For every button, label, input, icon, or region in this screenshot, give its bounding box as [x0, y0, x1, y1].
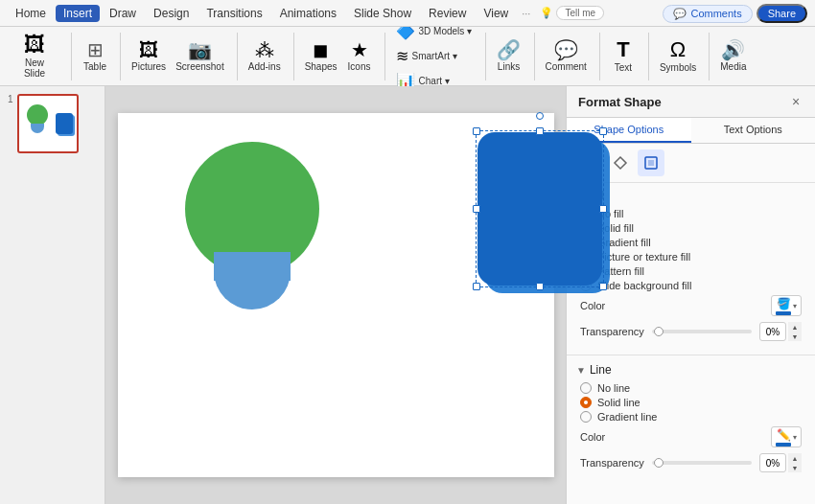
comment-icon: 💬	[554, 40, 578, 59]
menu-design[interactable]: Design	[146, 5, 197, 22]
no-fill-option[interactable]: No fill	[580, 208, 802, 219]
fill-section-header[interactable]: ▼ Fill	[576, 189, 805, 202]
tab-text-options[interactable]: Text Options	[691, 118, 816, 143]
table-group: ⊞ Table	[78, 33, 121, 80]
menu-draw[interactable]: Draw	[102, 5, 144, 22]
gradient-fill-option[interactable]: Gradient fill	[580, 237, 802, 248]
line-transparency-slider[interactable]	[652, 461, 752, 465]
picture-fill-option[interactable]: Picture or texture fill	[580, 251, 802, 263]
screenshot-button[interactable]: 📷 Screenshot	[171, 37, 229, 75]
addins-icon: ⁂	[255, 40, 274, 59]
slide-bg-fill-label: Slide background fill	[597, 280, 691, 291]
divider-1	[567, 355, 815, 355]
line-color-picker[interactable]: ✏️ ▾	[771, 426, 802, 447]
svg-marker-0	[615, 157, 626, 169]
shapes-button[interactable]: ◼ Shapes	[300, 37, 342, 75]
3d-models-label: 3D Models ▾	[419, 26, 473, 36]
new-slide-group: 🖼 NewSlide	[6, 33, 72, 80]
pictures-button[interactable]: 🖼 Pictures	[127, 37, 171, 75]
table-button[interactable]: ⊞ Table	[78, 37, 112, 75]
fill-color-row: Color 🪣 ▾	[576, 291, 805, 320]
media-label: Media	[720, 61, 746, 72]
new-slide-button[interactable]: 🖼 NewSlide	[6, 32, 63, 81]
media-tools-group: 🔷 3D Models ▾ ≋ SmartArt ▾ 📊 Chart ▾	[391, 33, 486, 80]
symbols-button[interactable]: Ω Symbols	[655, 36, 701, 76]
fill-transparency-thumb	[654, 327, 664, 336]
tell-me-input[interactable]: Tell me	[556, 6, 604, 20]
menu-slideshow[interactable]: Slide Show	[346, 5, 419, 22]
size-icon[interactable]	[638, 149, 664, 176]
comment-group: 💬 Comment	[541, 33, 600, 80]
no-line-option[interactable]: No line	[580, 382, 802, 394]
fill-color-label: Color	[580, 300, 605, 311]
handle-top-left[interactable]	[473, 127, 480, 135]
main-content: 1	[0, 86, 815, 504]
line-color-icon: ✏️	[777, 428, 791, 442]
icons-label: Icons	[348, 61, 371, 72]
line-section-label: Line	[590, 363, 612, 377]
fill-transparency-label: Transparency	[580, 326, 644, 337]
fill-transparency-value-group: 0% ▲ ▼	[759, 322, 802, 341]
smartart-label: SmartArt ▾	[412, 51, 457, 61]
menu-view[interactable]: View	[476, 5, 516, 22]
line-transparency-down[interactable]: ▼	[788, 463, 802, 472]
icons-button[interactable]: ★ Icons	[342, 37, 377, 75]
slide-canvas	[118, 113, 554, 477]
effects-icon[interactable]	[607, 149, 634, 176]
slide-thumbnail[interactable]	[17, 94, 79, 153]
close-button[interactable]: ×	[788, 94, 803, 109]
no-line-radio[interactable]	[580, 382, 592, 394]
shapes-group: ◼ Shapes ★ Icons	[300, 33, 385, 80]
pattern-fill-option[interactable]: Pattern fill	[580, 265, 802, 277]
links-button[interactable]: 🔗 Links	[492, 37, 526, 75]
handle-middle-left[interactable]	[473, 205, 480, 213]
line-transparency-steppers: ▲ ▼	[788, 453, 802, 472]
solid-fill-option[interactable]: Solid fill	[580, 222, 802, 234]
solid-line-label: Solid line	[597, 397, 640, 408]
menu-home[interactable]: Home	[8, 5, 54, 22]
gradient-line-label: Gradient line	[597, 411, 657, 423]
media-group: 🔊 Media	[715, 33, 758, 80]
media-button[interactable]: 🔊 Media	[715, 37, 751, 75]
fill-transparency-steppers: ▲ ▼	[788, 322, 802, 341]
gradient-line-option[interactable]: Gradient line	[580, 411, 802, 423]
menu-transitions[interactable]: Transitions	[198, 5, 269, 22]
solid-line-option[interactable]: Solid line	[580, 397, 802, 408]
menu-animations[interactable]: Animations	[272, 5, 344, 22]
share-button[interactable]: Share	[757, 4, 807, 23]
slide-number: 1	[8, 94, 13, 104]
fill-color-picker[interactable]: 🪣 ▾	[771, 295, 802, 316]
no-line-label: No line	[597, 382, 630, 394]
rounded-rect-front	[477, 132, 602, 286]
line-section-header[interactable]: ▼ Line	[576, 363, 805, 377]
screenshot-icon: 📷	[188, 40, 212, 59]
fill-transparency-down[interactable]: ▼	[788, 332, 802, 341]
text-button[interactable]: T Text	[606, 36, 640, 76]
pictures-icon: 🖼	[139, 40, 158, 59]
menu-insert[interactable]: Insert	[56, 5, 100, 22]
gradient-line-radio[interactable]	[580, 411, 592, 423]
picture-fill-label: Picture or texture fill	[597, 251, 690, 263]
comments-button[interactable]: 💬 Comments	[663, 5, 752, 23]
comment-button[interactable]: 💬 Comment	[541, 37, 592, 75]
bulb-base	[214, 266, 291, 309]
line-transparency-up[interactable]: ▲	[788, 453, 802, 463]
slide-bg-fill-option[interactable]: Slide background fill	[580, 280, 802, 291]
handle-top-middle[interactable]	[536, 127, 544, 135]
solid-line-radio[interactable]	[580, 397, 592, 408]
rotate-handle[interactable]	[536, 112, 544, 120]
symbols-group: Ω Symbols	[655, 33, 710, 80]
addins-label: Add-ins	[248, 61, 281, 72]
menu-review[interactable]: Review	[421, 5, 474, 22]
handle-bottom-left[interactable]	[473, 283, 480, 290]
format-header: Format Shape ×	[567, 86, 815, 118]
text-icon: T	[617, 39, 629, 60]
smartart-button[interactable]: ≋ SmartArt ▾	[391, 44, 477, 68]
images-group: 🖼 Pictures 📷 Screenshot	[127, 33, 238, 80]
addins-button[interactable]: ⁂ Add-ins	[244, 37, 286, 75]
fill-transparency-up[interactable]: ▲	[788, 322, 802, 332]
text-group: T Text	[606, 33, 649, 80]
canvas-area[interactable]	[105, 86, 566, 504]
fill-transparency-slider[interactable]	[652, 330, 752, 333]
chart-label: Chart ▾	[419, 76, 450, 86]
